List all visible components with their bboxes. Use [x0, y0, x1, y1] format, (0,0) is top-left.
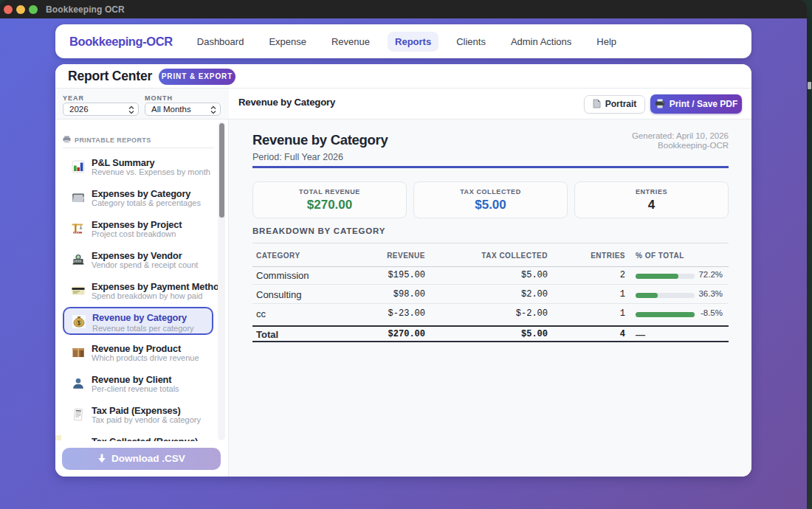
svg-text:$: $	[78, 320, 80, 326]
